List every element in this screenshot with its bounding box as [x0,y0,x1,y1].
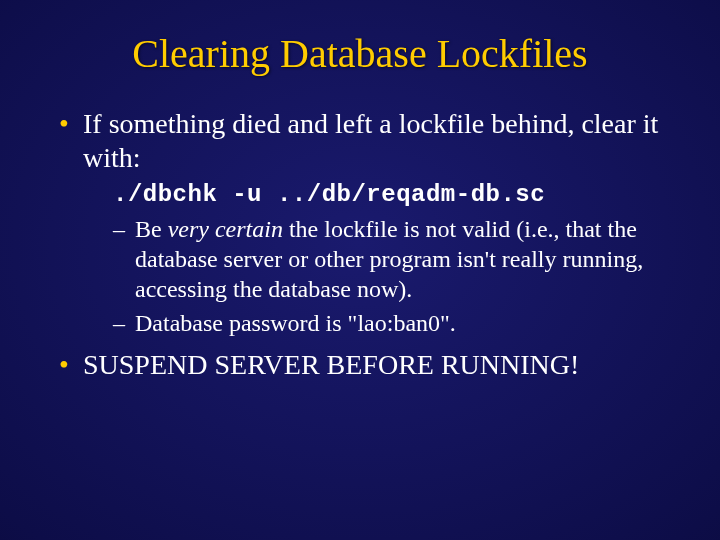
sub-item-2: Database password is "lao:ban0". [113,308,665,338]
sub-list-1: ./dbchk -u ../db/reqadm-db.sc Be very ce… [113,178,665,338]
sub1-part-a: Be [135,216,168,242]
bullet-list: If something died and left a lockfile be… [55,107,665,382]
bullet-item-1: If something died and left a lockfile be… [55,107,665,338]
slide: Clearing Database Lockfiles If something… [0,0,720,540]
sub1-emph: very certain [168,216,283,242]
bullet-item-2: SUSPEND SERVER BEFORE RUNNING! [55,348,665,382]
slide-title: Clearing Database Lockfiles [55,30,665,77]
bullet-2-text: SUSPEND SERVER BEFORE RUNNING! [83,349,579,380]
sub-item-1: Be very certain the lockfile is not vali… [113,214,665,304]
command-line: ./dbchk -u ../db/reqadm-db.sc [113,178,665,210]
sub2-text: Database password is "lao:ban0". [135,310,456,336]
bullet-1-text: If something died and left a lockfile be… [83,108,658,173]
command-text: ./dbchk -u ../db/reqadm-db.sc [113,181,545,208]
